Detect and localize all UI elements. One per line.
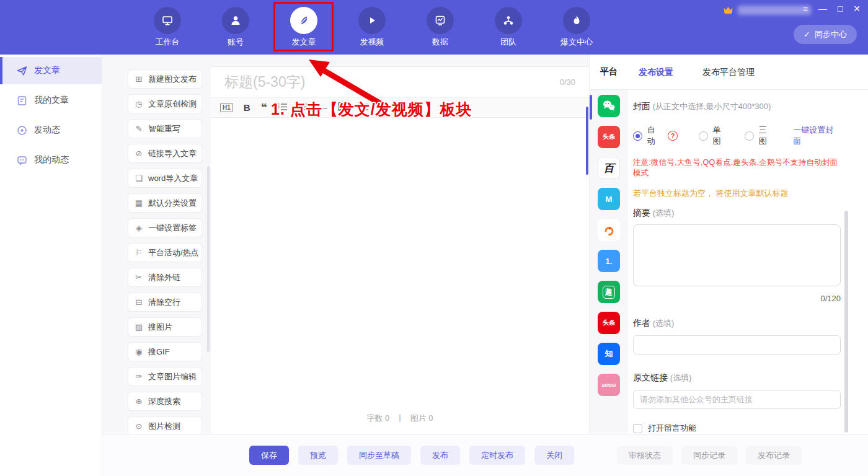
chat-bubble-icon — [17, 155, 27, 165]
username-redacted — [738, 6, 811, 15]
tool-label: 搜GIF — [148, 346, 170, 358]
nav-item-publish-video[interactable]: 发视频 — [338, 7, 406, 48]
save-button[interactable]: 保存 — [249, 446, 289, 465]
publish-button[interactable]: 发布 — [420, 446, 460, 465]
tool-new-article-button[interactable]: ⊞新建图文发布 — [128, 69, 202, 89]
platform-zhihu-icon[interactable]: 知 — [598, 343, 620, 365]
platform-dayuhao-icon[interactable] — [598, 219, 620, 241]
maximize-icon[interactable]: □ — [838, 4, 843, 14]
unordered-list-icon[interactable] — [298, 102, 308, 113]
tool-default-category-button[interactable]: ▦默认分类设置 — [128, 193, 202, 213]
tool-set-tags-button[interactable]: ◈一键设置标签 — [128, 218, 202, 237]
title-fallback-note: 若平台独立标题为空， 将使用文章默认标题 — [633, 188, 841, 199]
editor-scrollbar[interactable] — [586, 107, 588, 175]
article-title-input[interactable] — [224, 74, 560, 90]
sync-to-draft-button[interactable]: 同步至草稿 — [347, 446, 411, 465]
editor-content[interactable] — [211, 118, 584, 403]
blockquote-icon[interactable]: ❝ — [261, 105, 267, 111]
schedule-publish-button[interactable]: 定时发布 — [469, 446, 525, 465]
radio-auto[interactable] — [633, 131, 642, 141]
platform-wechat-icon[interactable] — [598, 95, 620, 117]
window-controls: ≡ — □ ✕ — [803, 4, 861, 14]
platform-qutoutiao-icon[interactable]: 趣 — [598, 281, 620, 303]
app-menu-icon[interactable]: ≡ — [803, 4, 808, 14]
close-button[interactable]: 关闭 — [534, 446, 574, 465]
close-icon[interactable]: ✕ — [853, 4, 861, 14]
platform-bilibili-icon[interactable]: bilibili — [598, 374, 620, 396]
radio-auto-label[interactable]: 自动 — [647, 125, 663, 147]
tab-publish-settings[interactable]: 发布设置 — [639, 67, 673, 89]
tool-smart-rewrite-button[interactable]: ✎智能重写 — [128, 119, 202, 138]
nav-item-account[interactable]: 账号 — [202, 7, 270, 48]
minimize-icon[interactable]: — — [818, 4, 827, 14]
sidebar-item-my-articles[interactable]: 我的文章 — [0, 87, 102, 114]
settings-scrollbar[interactable] — [844, 211, 848, 433]
nav-label: 发文章 — [270, 37, 338, 48]
sidebar-item-publish-moment[interactable]: 发动态 — [0, 117, 102, 144]
ordered-list-icon[interactable]: 12 — [278, 102, 288, 113]
publish-settings-panel: 平台 头条 百 M 1. 趣 头条 知 bilibili 发布设置 发布平台管理 — [589, 55, 868, 434]
preview-button[interactable]: 预览 — [298, 446, 338, 465]
publish-history-button[interactable]: 发布记录 — [746, 446, 802, 465]
radio-single-image-label[interactable]: 单图 — [713, 125, 729, 147]
source-link-input[interactable] — [633, 390, 841, 409]
bold-icon[interactable]: B — [244, 102, 250, 113]
tool-search-gif-button[interactable]: ◉搜GIF — [128, 342, 202, 361]
enable-comments-label: 打开留言功能 — [648, 423, 696, 434]
author-input[interactable] — [633, 335, 841, 355]
sidebar-item-my-moments[interactable]: 我的动态 — [0, 146, 102, 174]
tool-remove-empty-lines-button[interactable]: ⊟清除空行 — [128, 293, 202, 312]
horizontal-rule-icon[interactable]: — — [319, 103, 327, 113]
heading-icon[interactable]: H1 — [220, 103, 233, 112]
tool-image-editor-button[interactable]: ✑文章图片编辑 — [128, 367, 202, 386]
platform-baijiahao-icon[interactable]: 百 — [598, 157, 620, 179]
tool-label: 图片检测 — [148, 421, 180, 432]
publish-form-body: 封面 (从正文中选择,最小尺寸400*300) 自动 ? 单图 三图 一键设置封… — [628, 90, 868, 459]
tool-platform-activity-button[interactable]: ⚐平台活动/热点 — [128, 243, 202, 262]
enable-comments-checkbox[interactable] — [633, 424, 642, 433]
tool-image-check-button[interactable]: ⊙图片检测 — [128, 416, 202, 436]
tool-originality-check-button[interactable]: ◷文章原创检测 — [128, 94, 202, 113]
author-section: 作者 (选填) — [633, 318, 841, 329]
platform-yidian-icon[interactable]: 1. — [598, 250, 620, 272]
align-icon[interactable] — [359, 102, 369, 113]
user-account-area[interactable] — [723, 6, 811, 15]
sync-center-button[interactable]: ✓ 同步中心 — [794, 25, 857, 44]
tool-label: 清除外链 — [148, 272, 180, 283]
tool-search-image-button[interactable]: ▨搜图片 — [128, 317, 202, 337]
platform-dongfang-toutiao-icon[interactable]: 头条 — [598, 312, 620, 334]
selected-platform-indicator — [590, 95, 592, 120]
radio-three-images[interactable] — [745, 131, 754, 141]
tool-remove-external-links-button[interactable]: ✂清除外链 — [128, 268, 202, 287]
help-icon[interactable]: ? — [668, 131, 678, 141]
insert-image-icon[interactable] — [338, 102, 348, 113]
sync-history-button[interactable]: 同步记录 — [681, 446, 737, 465]
tools-scrollbar[interactable] — [207, 166, 210, 352]
tool-label: 新建图文发布 — [148, 74, 197, 85]
tab-platform-management[interactable]: 发布平台管理 — [702, 67, 755, 89]
nav-item-publish-article[interactable]: 发文章 — [270, 7, 338, 48]
platform-toutiao-icon[interactable]: 头条 — [598, 126, 620, 148]
platform-glyph: 知 — [605, 348, 613, 359]
platform-m-icon[interactable]: M — [598, 188, 620, 210]
sidebar-item-label: 发动态 — [34, 125, 60, 136]
nav-item-hot-center[interactable]: 爆文中心 — [542, 7, 611, 48]
import-word-icon: ❏ — [135, 174, 143, 183]
review-status-button[interactable]: 审核状态 — [617, 446, 673, 465]
nav-item-team[interactable]: 团队 — [474, 7, 542, 48]
radio-single-image[interactable] — [699, 131, 708, 141]
summary-textarea[interactable] — [633, 224, 841, 286]
tool-deep-search-button[interactable]: ⊕深度搜索 — [128, 392, 202, 411]
sidebar-item-publish-article[interactable]: 发文章 — [0, 57, 102, 84]
tool-import-link-button[interactable]: ⊘链接导入文章 — [128, 144, 202, 163]
enable-comments-option[interactable]: 打开留言功能 — [633, 423, 841, 434]
nav-item-data[interactable]: 数据 — [406, 7, 474, 48]
summary-label: 摘要 — [633, 208, 650, 218]
radio-three-images-label[interactable]: 三图 — [759, 125, 775, 147]
footer-divider: | — [399, 413, 401, 424]
image-check-icon: ⊙ — [135, 421, 143, 431]
nav-item-workbench[interactable]: 工作台 — [133, 7, 202, 48]
one-click-cover-link[interactable]: 一键设置封面 — [793, 125, 841, 147]
tool-label: 默认分类设置 — [148, 198, 197, 209]
tool-import-word-button[interactable]: ❏word导入文章 — [128, 169, 202, 188]
